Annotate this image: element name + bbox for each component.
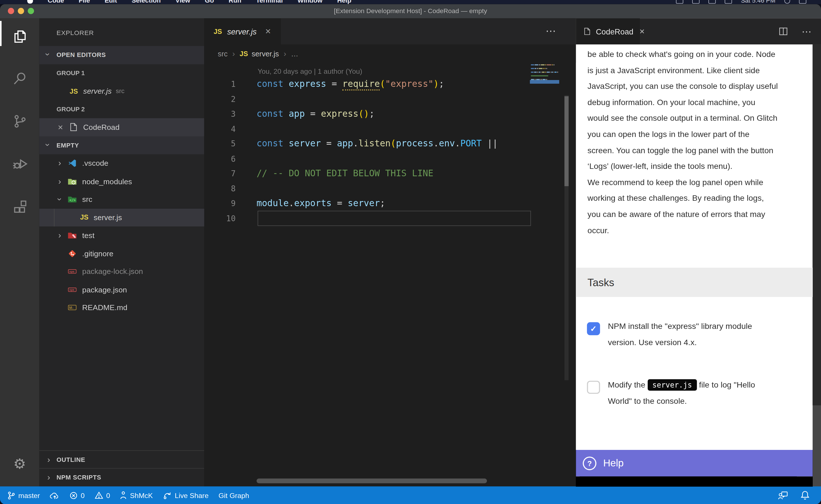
settings-gear-icon[interactable]: ⚙ [0, 456, 39, 472]
code-line-5[interactable]: 5const server = app.listen(process.env.P… [204, 136, 576, 151]
code-line-8[interactable]: 8 [204, 181, 576, 196]
search-icon[interactable] [0, 64, 39, 93]
menubar-clock[interactable]: Sat 5:46 PM [741, 0, 775, 4]
tree-item-src[interactable]: ›</>src [39, 190, 204, 208]
panel-scrollbar[interactable] [813, 44, 821, 486]
tree-item-package-json[interactable]: npmpackage.json [39, 280, 204, 298]
editor-scrollbar[interactable] [564, 95, 569, 380]
code-line-10[interactable]: 10 [204, 210, 576, 225]
open-editor-coderoad[interactable]: ✕ CodeRoad [39, 118, 204, 136]
file-label: package.json [82, 285, 127, 294]
menubar-status-icon[interactable] [725, 0, 732, 3]
lesson-text-line: We recommend to keep the log panel open … [587, 175, 807, 190]
apple-menu-icon[interactable] [27, 0, 33, 4]
menu-edit[interactable]: Edit [105, 0, 117, 4]
explorer-icon[interactable] [0, 22, 39, 51]
chevron-right-icon[interactable]: › [56, 232, 64, 239]
code-editor[interactable]: You, 20 days ago | 1 author (You) 1const… [204, 63, 576, 486]
menubar-status-icon[interactable] [708, 0, 716, 3]
line-number: 10 [204, 211, 236, 226]
code-line-2[interactable]: 2 [204, 91, 576, 106]
open-editor-server-js[interactable]: JS server.js src [39, 82, 204, 100]
editor-more-actions-icon[interactable]: ⋯ [546, 18, 557, 44]
notifications-bell-icon[interactable] [800, 491, 809, 500]
checkbox-unchecked[interactable] [587, 381, 600, 394]
status-item-master[interactable]: master [7, 491, 40, 500]
source-control-icon[interactable] [0, 107, 39, 136]
chevron-right-icon[interactable]: › [56, 160, 64, 167]
file-icon [68, 122, 78, 132]
menu-terminal[interactable]: Terminal [256, 0, 283, 4]
tree-item-test[interactable]: ›test [39, 226, 204, 244]
open-editors-header[interactable]: › OPEN EDITORS [39, 46, 204, 64]
tree-item-server-js[interactable]: JSserver.js [39, 208, 204, 226]
more-actions-icon[interactable]: ⋯ [802, 25, 813, 37]
test-folder-icon [68, 231, 77, 240]
breadcrumb-file[interactable]: server.js [252, 50, 279, 58]
code-line-4[interactable]: 4 [204, 121, 576, 136]
feedback-icon[interactable] [778, 491, 788, 500]
status-item-cloud-upload[interactable] [50, 491, 60, 499]
menu-help[interactable]: Help [337, 0, 352, 4]
checkbox-checked[interactable]: ✓ [587, 322, 600, 335]
status-item-0[interactable]: 0 [70, 491, 85, 499]
run-debug-icon[interactable] [0, 150, 39, 178]
minimap[interactable] [531, 64, 558, 83]
code-line-7[interactable]: 7// -- DO NOT EDIT BELOW THIS LINE [204, 166, 576, 181]
close-tab-icon[interactable]: ✕ [639, 27, 645, 35]
status-item-shmck[interactable]: ShMcK [120, 491, 153, 499]
title-bar[interactable]: [Extension Development Host] - CodeRoad … [0, 4, 821, 19]
extensions-icon[interactable] [0, 194, 39, 222]
menubar-status-icon[interactable] [692, 0, 700, 3]
tree-item-readme-md[interactable]: M↓README.md [39, 299, 204, 317]
outline-section-header[interactable]: › OUTLINE [39, 450, 204, 468]
minimap-slider[interactable] [530, 80, 559, 84]
breadcrumb[interactable]: src › JS server.js › … [204, 44, 576, 63]
control-center-icon[interactable] [799, 0, 806, 3]
chevron-down-icon[interactable]: › [56, 195, 64, 204]
tree-item-package-lock-json[interactable]: npmpackage-lock.json [39, 263, 204, 280]
split-editor-icon[interactable] [779, 27, 788, 36]
close-icon[interactable]: ✕ [58, 123, 63, 131]
breadcrumb-more[interactable]: … [291, 50, 299, 58]
status-item-0[interactable]: 0 [95, 491, 110, 499]
file-label: src [82, 195, 92, 204]
code-line-1[interactable]: 1const express = require("express"); [204, 76, 576, 91]
menu-run[interactable]: Run [229, 0, 242, 4]
gitlens-annotation[interactable]: You, 20 days ago | 1 author (You) [204, 63, 576, 76]
editor-tab-bar: JS server.js ✕ ⋯ [204, 18, 576, 44]
horizontal-scrollbar[interactable] [257, 479, 487, 483]
menu-selection[interactable]: Selection [132, 0, 161, 4]
status-item-live-share[interactable]: Live Share [163, 491, 209, 499]
menu-code[interactable]: Code [48, 0, 64, 4]
menubar-status-icon[interactable] [676, 0, 683, 3]
menu-view[interactable]: View [175, 0, 190, 4]
breadcrumb-folder[interactable]: src [218, 50, 228, 58]
menu-go[interactable]: Go [205, 0, 214, 4]
help-bar[interactable]: ? Help [576, 450, 812, 477]
code-line-3[interactable]: 3const app = express(); [204, 106, 576, 121]
chevron-down-icon: › [44, 50, 51, 58]
tab-server-js[interactable]: JS server.js ✕ [204, 18, 281, 44]
tree-item--vscode[interactable]: ›.vscode [39, 154, 204, 172]
menu-window[interactable]: Window [297, 0, 322, 4]
warning-triangle-icon [95, 492, 103, 499]
menu-file[interactable]: File [79, 0, 90, 4]
folder-section-header[interactable]: › EMPTY [39, 136, 204, 154]
code-line-9[interactable]: 9module.exports = server; [204, 196, 576, 210]
chevron-right-icon[interactable]: › [56, 178, 64, 185]
tree-item-node-modules[interactable]: ›node_modules [39, 172, 204, 190]
tab-coderoad[interactable]: CodeRoad ✕ [576, 18, 640, 44]
status-item-git-graph[interactable]: Git Graph [219, 491, 250, 499]
lesson-text-line: debug information. On your local machine… [587, 95, 807, 110]
vscode-folder-icon [68, 159, 77, 168]
file-label: package-lock.json [82, 267, 143, 276]
file-label: node_modules [82, 177, 132, 185]
lesson-text-line: is just a JavaScript environment. Like c… [587, 63, 807, 79]
close-tab-icon[interactable]: ✕ [265, 27, 271, 36]
tree-item--gitignore[interactable]: .gitignore [39, 245, 204, 263]
code-line-6[interactable]: 6 [204, 151, 576, 166]
spotlight-icon[interactable] [784, 0, 790, 3]
lesson-footer[interactable]: 1. Meet the Node Console 1 of 2 tasks [576, 476, 812, 486]
npm-scripts-section-header[interactable]: › NPM SCRIPTS [39, 468, 204, 486]
